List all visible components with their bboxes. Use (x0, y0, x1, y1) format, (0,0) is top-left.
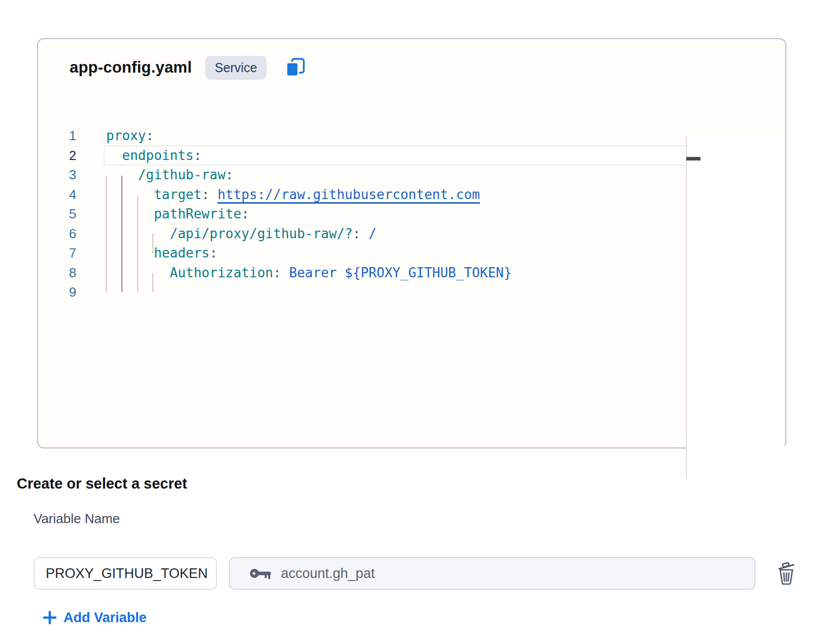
line-number: 1 (60, 126, 85, 146)
code-editor-card: app-config.yaml Service 123456789 proxy:… (37, 38, 786, 448)
indent-guide (121, 176, 122, 292)
code-link[interactable]: https://raw.githubusercontent.com (217, 187, 480, 202)
code-segment (210, 187, 218, 202)
code-line[interactable] (104, 282, 699, 302)
card-header: app-config.yaml Service (70, 54, 306, 81)
code-line[interactable]: Authorization: Bearer ${PROXY_GITHUB_TOK… (104, 263, 699, 283)
line-number: 3 (60, 165, 85, 185)
copy-button[interactable] (284, 56, 306, 79)
code-segment: : (353, 226, 361, 241)
indent-guide (106, 176, 107, 292)
line-number: 7 (60, 243, 85, 263)
variable-name-label: Variable Name (34, 511, 120, 527)
code-segment: target (154, 187, 202, 202)
code-segment: : (146, 128, 154, 143)
code-segment (106, 206, 154, 221)
code-segment: /github-raw (138, 167, 226, 182)
indent-guide (137, 196, 138, 292)
add-variable-label: Add Variable (63, 610, 147, 626)
line-number: 6 (60, 224, 85, 244)
code-segment (361, 226, 369, 241)
scrollbar-rail (686, 136, 687, 478)
line-number: 4 (60, 185, 85, 205)
line-number-gutter: 123456789 (60, 126, 85, 302)
key-icon (249, 567, 272, 580)
code-line[interactable]: pathRewrite: (104, 204, 699, 224)
indent-guide (152, 234, 153, 253)
code-segment: proxy (106, 128, 146, 143)
code-segment: /api/proxy/github-raw/? (170, 226, 353, 241)
editor-right-margin (687, 136, 784, 478)
selected-secret-value: account.gh_pat (281, 566, 375, 582)
plus-icon (43, 610, 57, 625)
code-segment: : (194, 148, 202, 163)
scrollbar-active-line-marker[interactable] (686, 157, 701, 160)
secret-select-field[interactable]: account.gh_pat (229, 557, 755, 590)
code-segment: : (226, 167, 234, 182)
secret-section-heading: Create or select a secret (17, 475, 187, 492)
line-number: 9 (60, 282, 85, 302)
delete-variable-button[interactable] (775, 561, 798, 587)
yaml-editor[interactable]: 123456789 proxy: endpoints: /github-raw:… (38, 87, 785, 447)
code-lines: proxy: endpoints: /github-raw: target: h… (104, 126, 699, 302)
line-number: 8 (60, 263, 85, 283)
indent-guide (152, 273, 153, 292)
code-segment: headers (154, 245, 210, 261)
code-line[interactable]: /api/proxy/github-raw/?: / (104, 224, 699, 244)
code-segment: Bearer ${PROXY_GITHUB_TOKEN} (289, 265, 512, 280)
code-segment: : (210, 245, 218, 261)
code-segment: pathRewrite (154, 206, 241, 221)
code-line[interactable]: proxy: (104, 126, 699, 146)
line-number: 5 (60, 204, 85, 224)
code-segment (106, 245, 154, 261)
code-segment: : (241, 206, 249, 221)
code-segment (106, 187, 154, 202)
code-line[interactable]: /github-raw: (104, 165, 699, 185)
add-variable-button[interactable]: Add Variable (43, 607, 147, 628)
service-badge: Service (205, 56, 267, 80)
variable-name-input[interactable] (34, 557, 217, 590)
code-line[interactable]: headers: (104, 243, 699, 263)
line-number: 2 (60, 146, 85, 166)
code-segment: : (202, 187, 210, 202)
copy-icon (284, 57, 306, 78)
code-segment (281, 265, 289, 280)
code-segment: / (369, 226, 377, 241)
code-line[interactable]: endpoints: (104, 146, 699, 166)
code-segment (106, 148, 122, 163)
code-line[interactable]: target: https://raw.githubusercontent.co… (104, 185, 699, 205)
code-segment: Authorization (170, 265, 273, 280)
trash-icon (776, 562, 797, 586)
code-segment: endpoints (122, 148, 194, 163)
file-name-title: app-config.yaml (70, 58, 192, 77)
code-segment: : (273, 265, 281, 280)
